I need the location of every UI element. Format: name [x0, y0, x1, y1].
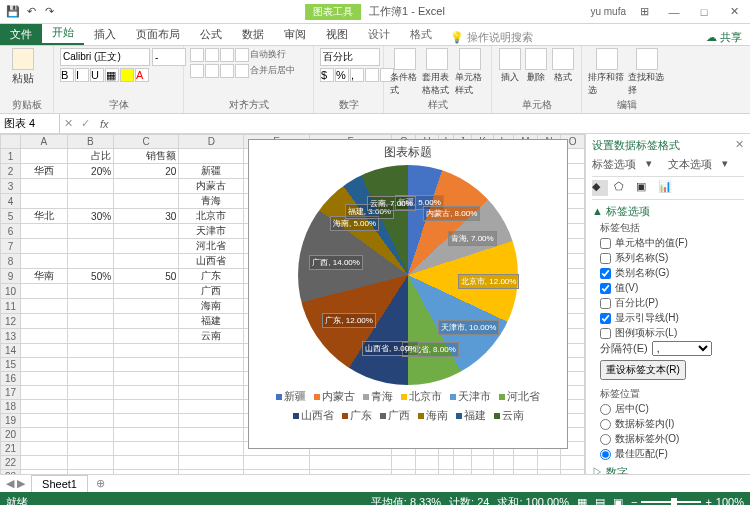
row-header[interactable]: 19	[1, 414, 21, 428]
view-layout-icon[interactable]: ▤	[595, 496, 605, 506]
zoom-level[interactable]: 100%	[716, 496, 744, 505]
zoom-in[interactable]: +	[705, 496, 711, 505]
cell[interactable]	[21, 372, 68, 386]
tab-view[interactable]: 视图	[316, 24, 358, 45]
cell[interactable]	[21, 224, 68, 239]
legend-item[interactable]: 广东	[342, 408, 372, 423]
cell[interactable]	[114, 344, 179, 358]
cell[interactable]	[493, 470, 513, 475]
cell[interactable]	[114, 470, 179, 475]
bold-button[interactable]: B	[60, 68, 74, 82]
row-header[interactable]: 10	[1, 284, 21, 299]
cell[interactable]: 新疆	[179, 164, 244, 179]
cell[interactable]	[114, 239, 179, 254]
format-cells[interactable]: 格式	[551, 48, 575, 84]
label-options-section[interactable]: ▲ 标签选项	[592, 204, 744, 219]
cell[interactable]	[21, 149, 68, 164]
align-left[interactable]	[190, 64, 204, 78]
chart-title[interactable]: 图表标题	[249, 140, 567, 165]
cell[interactable]	[179, 470, 244, 475]
cell[interactable]	[21, 470, 68, 475]
data-label[interactable]: 内蒙古, 8.00%	[423, 206, 480, 221]
row-header[interactable]: 7	[1, 239, 21, 254]
tab-formulas[interactable]: 公式	[190, 24, 232, 45]
cell[interactable]	[67, 386, 114, 400]
label-opt[interactable]: 图例项标示(L)	[600, 326, 744, 340]
cell[interactable]: 天津市	[179, 224, 244, 239]
cell[interactable]	[179, 456, 244, 470]
cell[interactable]	[114, 358, 179, 372]
cell[interactable]	[179, 372, 244, 386]
row-header[interactable]: 6	[1, 224, 21, 239]
cell[interactable]	[21, 284, 68, 299]
cell[interactable]	[67, 400, 114, 414]
border-button[interactable]: ▦	[105, 68, 119, 82]
new-sheet-button[interactable]: ⊕	[88, 477, 113, 490]
row-header[interactable]: 16	[1, 372, 21, 386]
cell[interactable]	[561, 470, 585, 475]
checkbox[interactable]	[600, 283, 611, 294]
row-header[interactable]: 14	[1, 344, 21, 358]
cell[interactable]	[439, 456, 453, 470]
col-header[interactable]: D	[179, 135, 244, 149]
chart-object[interactable]: 图表标题 新疆, 5.00%内蒙古, 8.00%青海, 7.00%北京市, 12…	[248, 139, 568, 449]
label-opt[interactable]: 值(V)	[600, 281, 744, 295]
legend-item[interactable]: 新疆	[276, 389, 306, 404]
italic-button[interactable]: I	[75, 68, 89, 82]
delete-cells[interactable]: 删除	[524, 48, 548, 84]
cell[interactable]	[244, 456, 309, 470]
cell[interactable]	[114, 414, 179, 428]
cell[interactable]	[179, 358, 244, 372]
pos-opt[interactable]: 数据标签内(I)	[600, 417, 744, 431]
radio[interactable]	[600, 434, 611, 445]
align-top[interactable]	[190, 48, 204, 62]
cell[interactable]	[179, 428, 244, 442]
row-header[interactable]: 12	[1, 314, 21, 329]
cell[interactable]	[114, 428, 179, 442]
cell[interactable]: 30%	[67, 209, 114, 224]
tab-design[interactable]: 设计	[358, 24, 400, 45]
cell[interactable]	[21, 299, 68, 314]
enter-icon[interactable]: ✓	[77, 117, 94, 130]
undo-icon[interactable]: ↶	[24, 5, 38, 19]
wrap-text[interactable]: 自动换行	[250, 48, 286, 62]
cond-format[interactable]: 条件格式	[390, 48, 420, 97]
cell[interactable]	[67, 194, 114, 209]
cell[interactable]: 20%	[67, 164, 114, 179]
cell[interactable]	[21, 456, 68, 470]
legend-item[interactable]: 内蒙古	[314, 389, 355, 404]
data-label[interactable]: 广东, 12.00%	[322, 313, 376, 328]
minimize-icon[interactable]: —	[662, 2, 686, 22]
cell[interactable]	[114, 314, 179, 329]
align-center[interactable]	[205, 64, 219, 78]
cell[interactable]	[244, 470, 309, 475]
size-props-icon[interactable]: ▣	[636, 180, 652, 196]
legend-item[interactable]: 广西	[380, 408, 410, 423]
tab-insert[interactable]: 插入	[84, 24, 126, 45]
sort-filter[interactable]: 排序和筛选	[588, 48, 626, 97]
legend-item[interactable]: 山西省	[293, 408, 334, 423]
redo-icon[interactable]: ↷	[42, 5, 56, 19]
cell[interactable]	[114, 442, 179, 456]
label-opt[interactable]: 类别名称(G)	[600, 266, 744, 280]
radio[interactable]	[600, 419, 611, 430]
underline-button[interactable]: U	[90, 68, 104, 82]
col-header[interactable]: C	[114, 135, 179, 149]
cell[interactable]	[114, 224, 179, 239]
cell[interactable]	[493, 456, 513, 470]
checkbox[interactable]	[600, 298, 611, 309]
radio[interactable]	[600, 404, 611, 415]
tab-home[interactable]: 开始	[42, 22, 84, 45]
cell[interactable]	[179, 414, 244, 428]
cell[interactable]	[114, 456, 179, 470]
insert-cells[interactable]: 插入	[498, 48, 522, 84]
cell[interactable]	[67, 470, 114, 475]
label-opt[interactable]: 显示引导线(H)	[600, 311, 744, 325]
cell[interactable]	[21, 400, 68, 414]
cell[interactable]: 海南	[179, 299, 244, 314]
cell[interactable]	[21, 314, 68, 329]
cell[interactable]	[67, 358, 114, 372]
pos-opt[interactable]: 最佳匹配(F)	[600, 447, 744, 461]
cell[interactable]	[21, 414, 68, 428]
cell[interactable]: 山西省	[179, 254, 244, 269]
